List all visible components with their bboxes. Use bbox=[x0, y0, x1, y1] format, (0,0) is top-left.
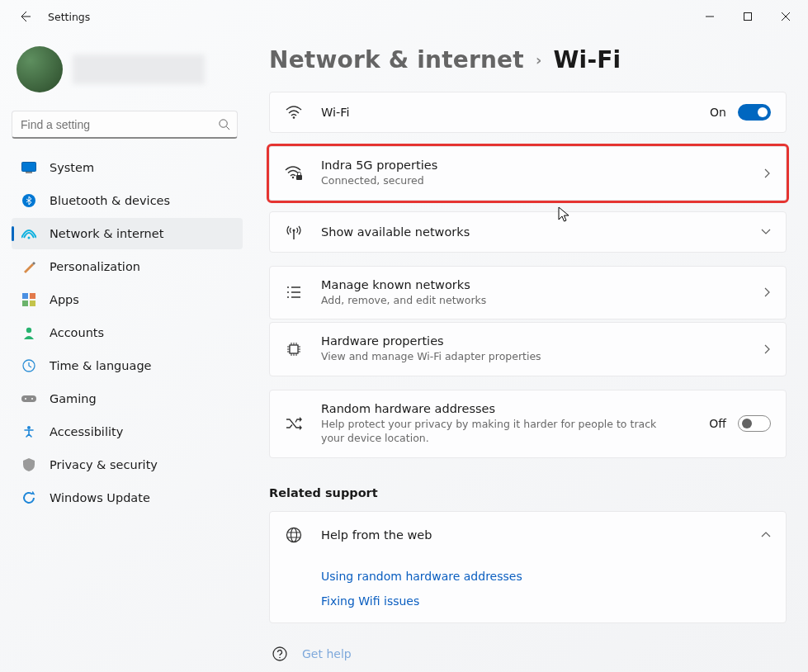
card-title: Indra 5G properties bbox=[321, 159, 746, 172]
svg-rect-6 bbox=[22, 293, 28, 299]
svg-rect-18 bbox=[296, 175, 302, 180]
chevron-right-icon: › bbox=[536, 51, 542, 69]
chevron-right-icon bbox=[764, 287, 771, 297]
show-available-networks-card[interactable]: Show available networks bbox=[269, 211, 787, 253]
random-hardware-addresses-card[interactable]: Random hardware addresses Help protect y… bbox=[269, 390, 787, 458]
svg-point-21 bbox=[287, 528, 301, 542]
close-button[interactable] bbox=[767, 3, 805, 30]
sidebar-item-label: System bbox=[50, 161, 94, 174]
maximize-button[interactable] bbox=[729, 3, 767, 30]
svg-point-17 bbox=[292, 177, 294, 178]
help-icon bbox=[272, 646, 287, 661]
bluetooth-icon bbox=[21, 193, 36, 208]
svg-point-24 bbox=[279, 656, 281, 658]
chevron-right-icon bbox=[764, 344, 771, 354]
back-button[interactable] bbox=[17, 8, 33, 25]
help-link-random-addresses[interactable]: Using random hardware addresses bbox=[321, 570, 771, 583]
wifi-toggle-card[interactable]: Wi-Fi On bbox=[269, 92, 787, 133]
sidebar-item-bluetooth[interactable]: Bluetooth & devices bbox=[12, 185, 243, 216]
window-title: Settings bbox=[48, 11, 90, 23]
sidebar-item-label: Windows Update bbox=[50, 491, 150, 504]
sidebar-item-apps[interactable]: Apps bbox=[12, 284, 243, 315]
sidebar-item-label: Personalization bbox=[50, 260, 140, 273]
search-icon bbox=[218, 118, 230, 130]
sidebar-item-time-language[interactable]: Time & language bbox=[12, 350, 243, 381]
svg-point-16 bbox=[293, 116, 295, 119]
search-box[interactable] bbox=[12, 111, 238, 139]
svg-rect-20 bbox=[290, 345, 298, 353]
svg-point-14 bbox=[31, 398, 33, 400]
card-subtitle: Add, remove, and edit networks bbox=[321, 293, 746, 308]
apps-icon bbox=[21, 292, 36, 307]
sidebar-item-privacy[interactable]: Privacy & security bbox=[12, 449, 243, 480]
card-subtitle: Connected, secured bbox=[321, 173, 746, 188]
sidebar-item-label: Accounts bbox=[50, 326, 104, 339]
card-subtitle: Help protect your privacy by making it h… bbox=[321, 417, 668, 446]
sidebar-item-label: Accessibility bbox=[50, 425, 123, 438]
accounts-icon bbox=[21, 325, 36, 340]
get-help-link[interactable]: Get help bbox=[269, 623, 787, 661]
sidebar-item-network[interactable]: Network & internet bbox=[12, 218, 243, 249]
card-subtitle: View and manage Wi-Fi adapter properties bbox=[321, 349, 746, 364]
svg-point-10 bbox=[26, 328, 31, 333]
wifi-secured-icon bbox=[285, 166, 303, 181]
svg-point-15 bbox=[27, 426, 31, 429]
user-name-redacted bbox=[73, 54, 205, 84]
help-from-web-header[interactable]: Help from the web bbox=[270, 512, 786, 558]
card-title: Show available networks bbox=[321, 225, 743, 239]
breadcrumb-current: Wi-Fi bbox=[554, 46, 621, 73]
search-input[interactable] bbox=[21, 118, 218, 131]
svg-point-1 bbox=[220, 120, 227, 127]
sidebar-item-windows-update[interactable]: Windows Update bbox=[12, 482, 243, 513]
random-hardware-toggle[interactable] bbox=[738, 415, 771, 432]
sidebar-item-gaming[interactable]: Gaming bbox=[12, 383, 243, 414]
svg-point-22 bbox=[291, 528, 297, 542]
main-content: Network & internet › Wi-Fi Wi-Fi On Indr… bbox=[248, 33, 808, 672]
chevron-up-icon bbox=[761, 532, 771, 538]
wifi-state-label: On bbox=[710, 106, 726, 119]
svg-point-23 bbox=[273, 647, 286, 660]
update-icon bbox=[21, 490, 36, 505]
breadcrumb-root[interactable]: Network & internet bbox=[269, 46, 524, 73]
minimize-button[interactable] bbox=[691, 3, 729, 30]
svg-rect-0 bbox=[744, 13, 752, 21]
chevron-right-icon bbox=[764, 168, 771, 178]
current-network-card[interactable]: Indra 5G properties Connected, secured bbox=[269, 146, 787, 201]
hardware-properties-card[interactable]: Hardware properties View and manage Wi-F… bbox=[269, 322, 787, 376]
svg-rect-7 bbox=[30, 293, 35, 299]
sidebar-item-personalization[interactable]: Personalization bbox=[12, 251, 243, 282]
svg-rect-3 bbox=[26, 172, 32, 173]
network-icon bbox=[21, 226, 36, 241]
card-title: Wi-Fi bbox=[321, 106, 692, 119]
sidebar-item-accessibility[interactable]: Accessibility bbox=[12, 416, 243, 447]
svg-rect-9 bbox=[30, 301, 35, 306]
privacy-icon bbox=[21, 457, 36, 472]
personalization-icon bbox=[21, 259, 36, 274]
card-title: Manage known networks bbox=[321, 278, 746, 291]
sidebar-item-system[interactable]: System bbox=[12, 152, 243, 183]
card-title: Hardware properties bbox=[321, 334, 746, 348]
avatar bbox=[17, 46, 63, 92]
sidebar-item-accounts[interactable]: Accounts bbox=[12, 317, 243, 348]
related-support-heading: Related support bbox=[269, 486, 787, 499]
sidebar-item-label: Privacy & security bbox=[50, 458, 158, 471]
user-header[interactable] bbox=[12, 41, 243, 107]
help-from-web-card: Help from the web Using random hardware … bbox=[269, 511, 787, 623]
accessibility-icon bbox=[21, 424, 36, 439]
svg-rect-2 bbox=[22, 163, 36, 172]
sidebar-item-label: Bluetooth & devices bbox=[50, 194, 170, 207]
svg-rect-12 bbox=[21, 395, 36, 402]
manage-known-networks-card[interactable]: Manage known networks Add, remove, and e… bbox=[269, 266, 787, 320]
shuffle-icon bbox=[285, 417, 303, 430]
globe-icon bbox=[285, 527, 303, 543]
wifi-toggle[interactable] bbox=[738, 104, 771, 121]
help-link-fixing-wifi[interactable]: Fixing Wifi issues bbox=[321, 594, 771, 608]
sidebar-item-label: Time & language bbox=[50, 359, 152, 372]
antenna-icon bbox=[285, 224, 303, 240]
wifi-icon bbox=[285, 106, 303, 119]
card-title: Random hardware addresses bbox=[321, 402, 691, 415]
chevron-down-icon bbox=[761, 229, 771, 235]
time-language-icon bbox=[21, 358, 36, 373]
gaming-icon bbox=[21, 391, 36, 406]
svg-point-5 bbox=[28, 237, 31, 239]
